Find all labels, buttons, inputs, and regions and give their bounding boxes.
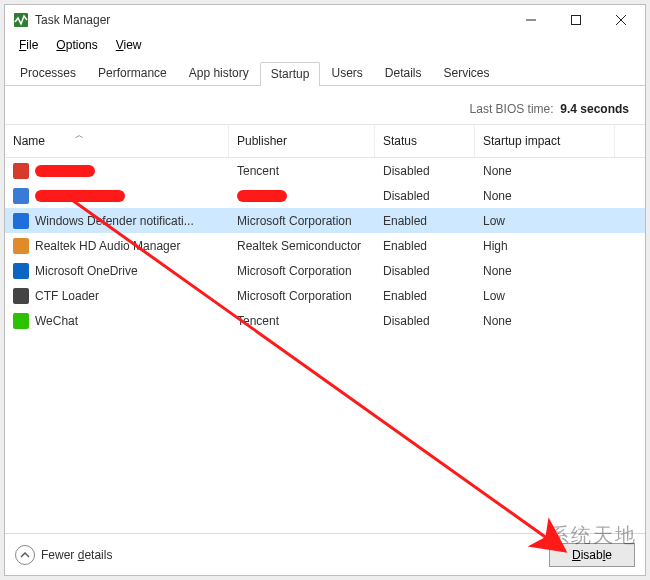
minimize-button[interactable] xyxy=(508,5,553,35)
table-row[interactable]: TencentDisabledNone xyxy=(5,158,645,183)
tab-performance[interactable]: Performance xyxy=(87,61,178,85)
svg-rect-2 xyxy=(571,16,580,25)
app-icon xyxy=(13,288,29,304)
cell-impact: None xyxy=(475,264,615,278)
menubar: FFileile OptionsOptions ViewView xyxy=(5,35,645,55)
table-row[interactable]: WeChatTencentDisabledNone xyxy=(5,308,645,333)
table-row[interactable]: Microsoft OneDriveMicrosoft CorporationD… xyxy=(5,258,645,283)
bios-time-value: 9.4 seconds xyxy=(560,102,629,116)
close-icon xyxy=(616,15,626,25)
app-name: Realtek HD Audio Manager xyxy=(35,239,180,253)
app-name: Windows Defender notificati... xyxy=(35,214,194,228)
header-publisher[interactable]: Publisher xyxy=(229,125,375,157)
menu-view[interactable]: ViewView xyxy=(108,36,150,54)
rows-container: TencentDisabledNoneDisabledNoneWindows D… xyxy=(5,158,645,333)
cell-name: Microsoft OneDrive xyxy=(5,263,229,279)
cell-name: Windows Defender notificati... xyxy=(5,213,229,229)
header-startup-impact[interactable]: Startup impact xyxy=(475,125,615,157)
startup-grid: Name ︿ Publisher Status Startup impact T… xyxy=(5,124,645,533)
fewer-details-toggle[interactable]: Fewer details Fewer details xyxy=(15,545,112,565)
table-row[interactable]: CTF LoaderMicrosoft CorporationEnabledLo… xyxy=(5,283,645,308)
chevron-up-icon xyxy=(15,545,35,565)
cell-impact: Low xyxy=(475,289,615,303)
redacted-text xyxy=(35,190,125,202)
cell-name: Realtek HD Audio Manager xyxy=(5,238,229,254)
tab-startup[interactable]: Startup xyxy=(260,62,321,86)
app-icon xyxy=(13,313,29,329)
maximize-icon xyxy=(571,15,581,25)
cell-name xyxy=(5,188,229,204)
app-name: CTF Loader xyxy=(35,289,99,303)
window-title: Task Manager xyxy=(35,13,508,27)
cell-name: WeChat xyxy=(5,313,229,329)
cell-name: CTF Loader xyxy=(5,288,229,304)
bios-time: Last BIOS time: 9.4 seconds xyxy=(5,86,645,124)
table-row[interactable]: Realtek HD Audio ManagerRealtek Semicond… xyxy=(5,233,645,258)
disable-button[interactable]: DisableDisable xyxy=(549,543,635,567)
footer-bar: Fewer details Fewer details DisableDisab… xyxy=(5,533,645,575)
tab-app-history[interactable]: App history xyxy=(178,61,260,85)
tab-users[interactable]: Users xyxy=(320,61,373,85)
bios-time-label: Last BIOS time: xyxy=(470,102,554,116)
menu-options[interactable]: OptionsOptions xyxy=(48,36,105,54)
tab-processes[interactable]: Processes xyxy=(9,61,87,85)
table-row[interactable]: DisabledNone xyxy=(5,183,645,208)
redacted-text xyxy=(35,165,95,177)
cell-status: Disabled xyxy=(375,264,475,278)
table-row[interactable]: Windows Defender notificati...Microsoft … xyxy=(5,208,645,233)
cell-impact: None xyxy=(475,189,615,203)
cell-publisher: Microsoft Corporation xyxy=(229,264,375,278)
cell-impact: None xyxy=(475,314,615,328)
header-status[interactable]: Status xyxy=(375,125,475,157)
cell-publisher xyxy=(229,190,375,202)
redacted-text xyxy=(237,190,287,202)
cell-impact: Low xyxy=(475,214,615,228)
cell-publisher: Realtek Semiconductor xyxy=(229,239,375,253)
cell-status: Enabled xyxy=(375,214,475,228)
task-manager-icon xyxy=(13,12,29,28)
cell-publisher: Tencent xyxy=(229,314,375,328)
cell-status: Disabled xyxy=(375,164,475,178)
cell-publisher: Microsoft Corporation xyxy=(229,214,375,228)
cell-impact: High xyxy=(475,239,615,253)
app-icon xyxy=(13,188,29,204)
cell-status: Disabled xyxy=(375,314,475,328)
tab-bar: Processes Performance App history Startu… xyxy=(5,55,645,86)
column-headers: Name ︿ Publisher Status Startup impact xyxy=(5,124,645,158)
menu-file[interactable]: FFileile xyxy=(11,36,46,54)
cell-impact: None xyxy=(475,164,615,178)
task-manager-window: Task Manager FFileile OptionsOptions Vie… xyxy=(4,4,646,576)
cell-status: Enabled xyxy=(375,239,475,253)
minimize-icon xyxy=(526,15,536,25)
app-name: WeChat xyxy=(35,314,78,328)
tab-services[interactable]: Services xyxy=(433,61,501,85)
cell-status: Disabled xyxy=(375,189,475,203)
close-button[interactable] xyxy=(598,5,643,35)
cell-name xyxy=(5,163,229,179)
cell-status: Enabled xyxy=(375,289,475,303)
cell-publisher: Tencent xyxy=(229,164,375,178)
titlebar[interactable]: Task Manager xyxy=(5,5,645,35)
cell-publisher: Microsoft Corporation xyxy=(229,289,375,303)
maximize-button[interactable] xyxy=(553,5,598,35)
header-name[interactable]: Name ︿ xyxy=(5,125,229,157)
sort-ascending-icon: ︿ xyxy=(75,129,84,142)
tab-details[interactable]: Details xyxy=(374,61,433,85)
app-icon xyxy=(13,263,29,279)
app-icon xyxy=(13,238,29,254)
app-icon xyxy=(13,163,29,179)
app-icon xyxy=(13,213,29,229)
app-name: Microsoft OneDrive xyxy=(35,264,138,278)
